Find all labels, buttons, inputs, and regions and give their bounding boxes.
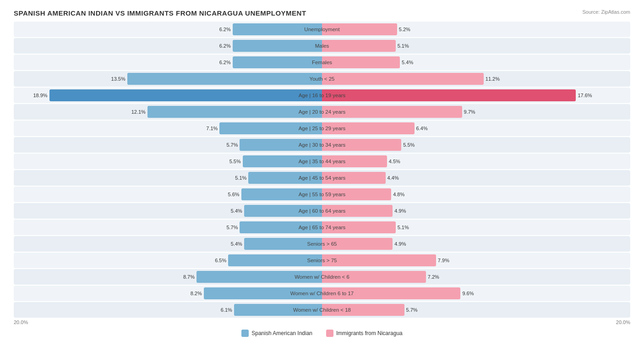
bar-left bbox=[49, 89, 322, 101]
chart-row: Age | 25 to 29 years7.1%6.4% bbox=[14, 121, 630, 136]
value-left: 8.2% bbox=[191, 291, 202, 296]
axis-right: 20.0% bbox=[616, 319, 630, 325]
value-left: 12.1% bbox=[131, 109, 146, 115]
bar-left bbox=[233, 40, 322, 52]
row-label: Age | 60 to 64 years bbox=[299, 208, 346, 214]
row-label: Age | 45 to 54 years bbox=[299, 175, 346, 181]
value-left: 18.9% bbox=[33, 93, 47, 98]
bar-right bbox=[322, 40, 396, 52]
chart-row: Age | 30 to 34 years5.7%5.5% bbox=[14, 137, 630, 153]
value-left: 6.1% bbox=[221, 307, 232, 313]
value-right: 5.7% bbox=[406, 307, 418, 313]
row-inner: Seniors > 756.5%7.9% bbox=[14, 253, 630, 268]
row-inner: Age | 55 to 59 years5.6%4.8% bbox=[14, 187, 630, 202]
value-left: 5.4% bbox=[231, 241, 242, 247]
chart-container: SPANISH AMERICAN INDIAN VS IMMIGRANTS FR… bbox=[0, 0, 644, 346]
chart-row: Age | 35 to 44 years5.5%4.5% bbox=[14, 154, 630, 169]
chart-row: Youth < 2513.5%11.2% bbox=[14, 71, 630, 87]
bar-right bbox=[322, 254, 436, 266]
value-right: 11.2% bbox=[486, 76, 500, 82]
chart-area: Unemployment6.2%5.2%Males6.2%5.1%Females… bbox=[14, 22, 630, 318]
chart-title: SPANISH AMERICAN INDIAN VS IMMIGRANTS FR… bbox=[14, 9, 306, 17]
row-inner: Age | 20 to 24 years12.1%9.7% bbox=[14, 104, 630, 120]
row-label: Seniors > 65 bbox=[307, 241, 337, 247]
chart-row: Age | 55 to 59 years5.6%4.8% bbox=[14, 187, 630, 202]
row-inner: Age | 65 to 74 years5.7%5.1% bbox=[14, 220, 630, 235]
value-right: 4.9% bbox=[394, 241, 406, 247]
row-inner: Unemployment6.2%5.2% bbox=[14, 22, 630, 37]
row-inner: Age | 35 to 44 years5.5%4.5% bbox=[14, 154, 630, 169]
row-label: Age | 65 to 74 years bbox=[299, 225, 346, 230]
row-inner: Age | 60 to 64 years5.4%4.9% bbox=[14, 203, 630, 219]
value-left: 5.1% bbox=[235, 175, 246, 181]
chart-row: Age | 20 to 24 years12.1%9.7% bbox=[14, 104, 630, 120]
row-inner: Females6.2%5.4% bbox=[14, 55, 630, 70]
row-inner: Women w/ Children < 68.7%7.2% bbox=[14, 269, 630, 285]
value-right: 7.2% bbox=[428, 274, 439, 280]
bar-right bbox=[322, 73, 484, 85]
value-right: 7.9% bbox=[438, 258, 449, 263]
value-right: 5.1% bbox=[398, 43, 409, 49]
value-left: 5.5% bbox=[229, 159, 241, 164]
value-left: 5.4% bbox=[231, 208, 242, 214]
row-inner: Seniors > 655.4%4.9% bbox=[14, 236, 630, 252]
row-label: Women w/ Children < 6 bbox=[295, 274, 349, 280]
value-left: 5.6% bbox=[228, 192, 240, 197]
legend-left-label: Spanish American Indian bbox=[251, 330, 312, 336]
chart-row: Women w/ Children < 68.7%7.2% bbox=[14, 269, 630, 285]
value-left: 6.5% bbox=[215, 258, 226, 263]
chart-row: Seniors > 655.4%4.9% bbox=[14, 236, 630, 252]
chart-legend: Spanish American Indian Immigrants from … bbox=[14, 330, 630, 337]
row-inner: Age | 45 to 54 years5.1%4.4% bbox=[14, 170, 630, 186]
row-inner: Age | 16 to 19 years18.9%17.6% bbox=[14, 88, 630, 103]
value-left: 5.7% bbox=[226, 142, 238, 148]
bar-left bbox=[233, 56, 322, 68]
row-label: Women w/ Children 6 to 17 bbox=[290, 291, 354, 296]
value-right: 17.6% bbox=[578, 93, 592, 98]
value-right: 9.7% bbox=[464, 109, 475, 115]
chart-row: Women w/ Children < 186.1%5.7% bbox=[14, 302, 630, 318]
chart-row: Males6.2%5.1% bbox=[14, 38, 630, 54]
value-left: 7.1% bbox=[206, 126, 218, 131]
row-label: Age | 16 to 19 years bbox=[299, 93, 346, 98]
row-inner: Males6.2%5.1% bbox=[14, 38, 630, 54]
value-left: 5.7% bbox=[226, 225, 238, 230]
row-label: Age | 20 to 24 years bbox=[299, 109, 346, 115]
row-label: Seniors > 75 bbox=[307, 258, 337, 263]
row-label: Females bbox=[312, 60, 332, 65]
bar-left bbox=[127, 73, 322, 85]
value-left: 6.2% bbox=[219, 27, 231, 32]
chart-row: Seniors > 756.5%7.9% bbox=[14, 253, 630, 268]
value-left: 13.5% bbox=[111, 76, 126, 82]
row-label: Age | 25 to 29 years bbox=[299, 126, 346, 131]
row-label: Youth < 25 bbox=[310, 76, 335, 82]
row-label: Males bbox=[315, 43, 329, 49]
row-label: Age | 35 to 44 years bbox=[299, 159, 346, 164]
chart-row: Unemployment6.2%5.2% bbox=[14, 22, 630, 37]
row-label: Unemployment bbox=[304, 27, 339, 32]
legend-right-color bbox=[326, 330, 333, 337]
row-inner: Women w/ Children 6 to 178.2%9.6% bbox=[14, 286, 630, 301]
legend-right: Immigrants from Nicaragua bbox=[326, 330, 403, 337]
chart-row: Women w/ Children 6 to 178.2%9.6% bbox=[14, 286, 630, 301]
row-inner: Age | 25 to 29 years7.1%6.4% bbox=[14, 121, 630, 136]
value-right: 5.1% bbox=[398, 225, 409, 230]
value-right: 5.2% bbox=[399, 27, 410, 32]
chart-row: Age | 65 to 74 years5.7%5.1% bbox=[14, 220, 630, 235]
legend-left: Spanish American Indian bbox=[241, 330, 312, 337]
value-right: 5.4% bbox=[402, 60, 413, 65]
row-inner: Age | 30 to 34 years5.7%5.5% bbox=[14, 137, 630, 153]
bar-right bbox=[322, 89, 576, 101]
chart-row: Age | 16 to 19 years18.9%17.6% bbox=[14, 88, 630, 103]
chart-row: Age | 45 to 54 years5.1%4.4% bbox=[14, 170, 630, 186]
row-inner: Youth < 2513.5%11.2% bbox=[14, 71, 630, 87]
value-right: 4.9% bbox=[394, 208, 406, 214]
value-left: 8.7% bbox=[183, 274, 195, 280]
value-left: 6.2% bbox=[219, 60, 231, 65]
value-right: 9.6% bbox=[462, 291, 474, 296]
bar-left bbox=[147, 106, 322, 118]
axis-left: 20.0% bbox=[14, 319, 28, 325]
chart-source: Source: ZipAtlas.com bbox=[582, 9, 630, 15]
value-right: 5.5% bbox=[403, 142, 415, 148]
value-right: 4.5% bbox=[389, 159, 400, 164]
